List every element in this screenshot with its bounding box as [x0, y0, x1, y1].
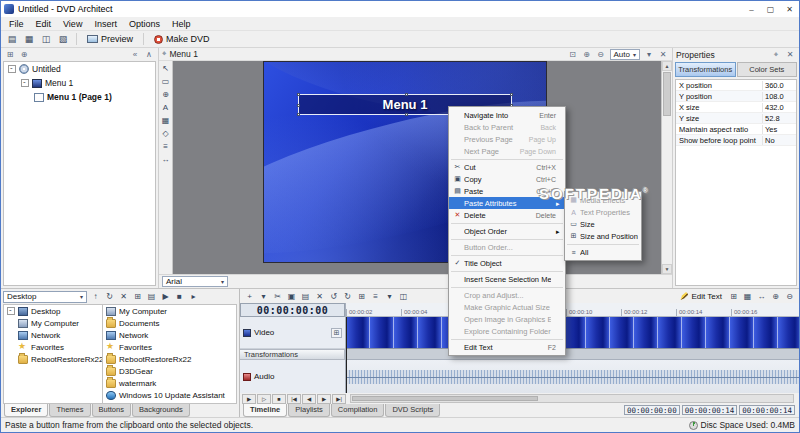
project-tree-item-menu1-page1[interactable]: Menu 1 (Page 1) — [4, 90, 155, 104]
context-menu-item[interactable]: Explore Containing Folder — [449, 325, 565, 337]
playhead-cursor[interactable] — [346, 317, 347, 393]
property-row[interactable]: X position 360.0 — [676, 80, 796, 91]
close-panel-icon[interactable]: ✕ — [657, 50, 669, 59]
horizontal-scrollbar[interactable] — [350, 394, 794, 403]
resize-handle[interactable] — [297, 93, 300, 96]
timeline-ruler[interactable]: 00:00:0200:00:0400:00:0600:00:0800:00:10… — [346, 303, 799, 317]
resize-handle[interactable] — [297, 113, 300, 116]
undo-icon[interactable]: ↺ — [327, 290, 340, 302]
menu-bar-item[interactable]: Insert — [88, 19, 123, 29]
context-menu-item[interactable]: Edit Text F2 — [449, 341, 565, 353]
context-menu-item[interactable]: Navigate Into Enter — [449, 109, 565, 121]
explorer-tab[interactable]: Buttons — [92, 404, 131, 417]
save-project-icon[interactable]: ◫ — [38, 32, 54, 46]
overlay-icon[interactable]: ▦ — [741, 290, 754, 302]
project-tree-item-menu1[interactable]: Menu 1 — [4, 76, 155, 90]
next-frame-button[interactable]: ▶ — [317, 394, 331, 404]
timeline-tab[interactable]: Compilation — [331, 404, 385, 417]
collapse-panel-icon[interactable]: « — [129, 50, 141, 59]
property-row[interactable]: Maintain aspect ratio Yes — [676, 124, 796, 135]
marker-icon[interactable]: ▾ — [383, 290, 396, 302]
context-menu-item[interactable]: Crop and Adjust... — [449, 289, 565, 301]
pin-icon[interactable]: ⌖ — [770, 50, 782, 60]
text-tool-icon[interactable]: A — [160, 101, 172, 113]
go-to-start-button[interactable]: |◀ — [287, 394, 301, 404]
project-properties-icon[interactable]: ▧ — [55, 32, 71, 46]
cut-icon[interactable]: ✂ — [271, 290, 284, 302]
insert-menu-icon[interactable]: ⊞ — [4, 50, 16, 59]
zoom-out-time-icon[interactable]: ⊖ — [783, 290, 796, 302]
zoom-tool-icon[interactable]: ⊕ — [160, 88, 172, 100]
resize-handle[interactable] — [510, 93, 513, 96]
project-tree-item-untitled[interactable]: Untitled — [4, 62, 155, 76]
submenu-item[interactable]: A Text Properties — [565, 206, 641, 218]
collapse-expander-icon[interactable] — [7, 307, 15, 315]
context-menu-item[interactable]: Object Order — [449, 225, 565, 237]
refresh-icon[interactable]: ↻ — [103, 291, 116, 303]
open-project-icon[interactable]: ▦ — [21, 32, 37, 46]
dock-options-icon[interactable]: ▾ — [643, 50, 655, 59]
start-preview-icon[interactable]: ▶ — [159, 291, 172, 303]
zoom-level-select[interactable]: Auto — [610, 49, 640, 60]
up-folder-icon[interactable]: ↑ — [89, 291, 102, 303]
stop-preview-icon[interactable]: ■ — [173, 291, 186, 303]
scroll-down-icon[interactable]: ▼ — [662, 264, 672, 274]
preview-button[interactable]: Preview — [82, 32, 138, 47]
context-menu-item[interactable]: Paste Attributes — [449, 197, 565, 209]
submenu-item[interactable]: ▭ Size — [565, 218, 641, 230]
insert-dropdown-icon[interactable]: ▾ — [257, 290, 270, 302]
redo-icon[interactable]: ↻ — [341, 290, 354, 302]
scroll-up-icon[interactable]: ▲ — [662, 61, 672, 71]
timecode-box[interactable]: 00:00:00:14 — [682, 405, 738, 415]
property-row[interactable]: Y position 108.0 — [676, 91, 796, 102]
auto-preview-icon[interactable]: ▸ — [187, 291, 200, 303]
previous-frame-button[interactable]: ◀ — [302, 394, 316, 404]
property-value[interactable]: 108.0 — [762, 92, 796, 101]
file-list-item[interactable]: Favorites — [103, 341, 236, 353]
submenu-item[interactable]: ▦ Media Effects — [565, 194, 641, 206]
maximize-button[interactable]: ▢ — [761, 1, 780, 17]
folder-tree-item-favorites[interactable]: Favorites — [4, 341, 102, 353]
selection-tool-icon[interactable]: ↖ — [160, 62, 172, 74]
zoom-in-icon[interactable]: ⊕ — [581, 50, 593, 59]
explorer-tab[interactable]: Explorer — [4, 404, 48, 417]
timeline-tab[interactable]: Timeline — [243, 404, 287, 417]
address-dropdown[interactable]: Desktop — [3, 291, 87, 303]
go-to-end-button[interactable]: ▶| — [332, 394, 346, 404]
context-menu-item[interactable]: ▤ Paste Ctrl+V — [449, 185, 565, 197]
delete-icon[interactable]: ✕ — [313, 290, 326, 302]
context-menu-item[interactable]: ✓ Title Object — [449, 257, 565, 269]
timeline-tab[interactable]: DVD Scripts — [385, 404, 440, 417]
sizing-tool-icon[interactable]: ▭ — [160, 75, 172, 87]
new-folder-icon[interactable]: ⊞ — [131, 291, 144, 303]
menu-bar-item[interactable]: Edit — [30, 19, 58, 29]
file-list-item[interactable]: Windows 10 Update Assistant — [103, 389, 236, 401]
property-row[interactable]: Show before loop point No — [676, 135, 796, 146]
fit-width-icon[interactable]: ↔ — [755, 290, 768, 302]
zoom-fit-icon[interactable]: ⊡ — [567, 50, 579, 59]
collapse-expander-icon[interactable] — [21, 79, 29, 87]
context-menu-item[interactable]: Back to Parent Back — [449, 121, 565, 133]
context-menu-item[interactable]: ✕ Delete Delete — [449, 209, 565, 221]
scrollbar-thumb[interactable] — [663, 72, 671, 116]
transformations-track[interactable] — [346, 349, 799, 360]
copy-icon[interactable]: ▣ — [285, 290, 298, 302]
timecode-display[interactable]: 00:00:00:00 — [240, 303, 345, 317]
snap-tool-icon[interactable]: ◇ — [160, 127, 172, 139]
context-menu-item[interactable]: Make Graphic Actual Size — [449, 301, 565, 313]
font-family-select[interactable]: Arial — [162, 276, 228, 287]
explorer-tab[interactable]: Backgrounds — [132, 404, 190, 417]
chroma-icon[interactable]: ◫ — [397, 290, 410, 302]
grid-tool-icon[interactable]: ▦ — [160, 114, 172, 126]
play-from-start-button[interactable]: ▶ — [242, 394, 256, 404]
context-menu-item[interactable]: ✂ Cut Ctrl+X — [449, 161, 565, 173]
file-list-item[interactable]: D3DGear — [103, 365, 236, 377]
insert-page-icon[interactable]: ⊕ — [18, 50, 30, 59]
context-menu-item[interactable]: Next Page Page Down — [449, 145, 565, 157]
property-row[interactable]: Y size 52.8 — [676, 113, 796, 124]
folder-tree-item-rebootrestore[interactable]: RebootRestoreRx22 — [4, 353, 102, 365]
audio-track-clip[interactable] — [346, 360, 799, 393]
file-list-item[interactable]: My Computer — [103, 305, 236, 317]
expand-up-icon[interactable]: ∧ — [143, 50, 155, 59]
menu-bar-item[interactable]: Help — [166, 19, 197, 29]
